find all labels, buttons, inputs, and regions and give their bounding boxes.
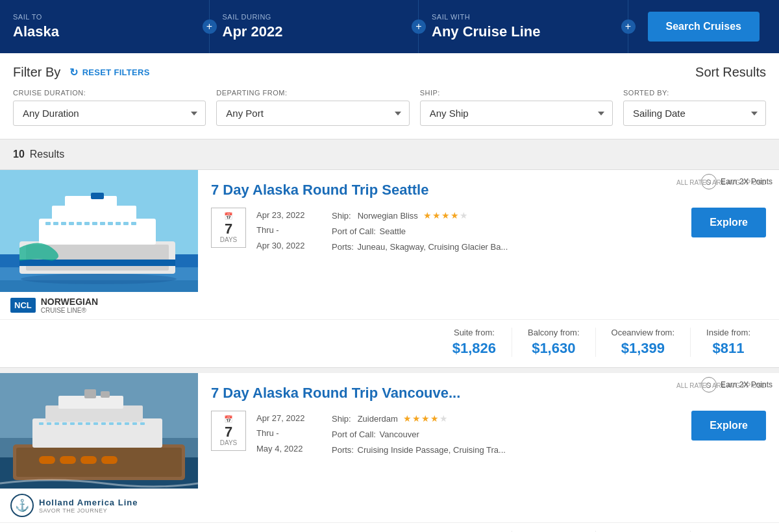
svg-rect-13 [84, 222, 90, 225]
suite-price-1: Suite from: $1,826 [437, 328, 512, 357]
svg-rect-40 [93, 422, 98, 425]
hal-sub-text: SAVOR THE JOURNEY [39, 507, 138, 514]
svg-rect-19 [131, 222, 136, 225]
svg-rect-37 [70, 422, 75, 425]
explore-button-1[interactable]: Explore [691, 208, 766, 237]
sort-filter-group: SORTED BY: Sailing Date [623, 89, 766, 126]
card-1-pricing: Suite from: $1,826 Balcony from: $1,630 … [0, 319, 779, 367]
svg-rect-38 [78, 422, 82, 425]
cruise-1-days-number: 7 [218, 222, 239, 236]
svg-rect-34 [47, 422, 51, 425]
ocean-price-1: Oceanview from: $1,399 [596, 328, 691, 357]
earn-points-1: ⬡ Earn 2X Points [701, 174, 773, 189]
port-filter-group: DEPARTING FROM: Any Port [216, 89, 409, 126]
cruise-2-days-number: 7 [218, 425, 239, 439]
svg-rect-14 [92, 222, 97, 225]
svg-rect-15 [100, 222, 105, 225]
ncl-logo: NCL NORWEGIAN CRUISE LINE® [0, 292, 198, 319]
svg-rect-39 [86, 422, 90, 425]
ship-name-row-1: Ship: Norwegian Bliss ★★★★★ [332, 208, 508, 224]
cruise-1-ship-info: Ship: Norwegian Bliss ★★★★★ Port of Call… [332, 208, 508, 254]
svg-rect-49 [80, 456, 97, 464]
filter-top-row: Filter By ↻ RESET FILTERS Sort Results [13, 65, 766, 80]
search-cruises-button[interactable]: Search Cruises [648, 12, 760, 42]
cruise-2-days-box: 📅 7 DAYS [211, 411, 246, 451]
points-icon-2: ⬡ [701, 377, 717, 393]
card-2-content: 7 Day Alaska Round Trip Vancouve... ALL … [198, 373, 779, 522]
sail-with-segment[interactable]: SAIL WITH Any Cruise Line + [419, 0, 628, 53]
svg-rect-21 [91, 193, 104, 199]
ncl-box: NCL [10, 298, 36, 313]
svg-rect-32 [101, 391, 110, 398]
sort-results-label: Sort Results [695, 65, 766, 80]
filter-by-label: Filter By [13, 65, 60, 80]
ncl-sub-text: CRUISE LINE® [41, 307, 98, 314]
card-2-top: ⚓ Holland America Line SAVOR THE JOURNEY… [0, 373, 779, 522]
duration-filter-group: CRUISE DURATION: Any Duration [13, 89, 206, 126]
sail-to-value: Alaska [13, 23, 196, 40]
svg-rect-48 [60, 456, 76, 464]
port-select[interactable]: Any Port [216, 101, 409, 126]
cruise-1-title: 7 Day Alaska Round Trip Seattle [211, 182, 428, 199]
cruise-2-date-range: Apr 27, 2022 Thru - May 4, 2022 [256, 411, 321, 456]
card-2-image: ⚓ Holland America Line SAVOR THE JOURNEY [0, 373, 198, 522]
cruise-1-days-box: 📅 7 DAYS [211, 208, 246, 248]
cruise-card-2: ⚓ Holland America Line SAVOR THE JOURNEY… [0, 373, 779, 532]
sail-with-plus-icon[interactable]: + [621, 19, 636, 34]
sail-to-plus-icon[interactable]: + [203, 19, 217, 34]
hal-circle: ⚓ [10, 494, 34, 517]
balcony-price-1: Balcony from: $1,630 [512, 328, 595, 357]
svg-rect-9 [53, 222, 58, 225]
sail-during-value: Apr 2022 [223, 23, 406, 40]
svg-rect-41 [101, 422, 106, 425]
card-1-content: 7 Day Alaska Round Trip Seattle ALL RATE… [198, 170, 779, 319]
svg-rect-36 [62, 422, 67, 425]
svg-rect-46 [140, 422, 145, 425]
reset-filters-button[interactable]: ↻ RESET FILTERS [69, 66, 149, 79]
svg-rect-33 [39, 422, 43, 425]
svg-rect-12 [77, 222, 82, 225]
ship-label: SHIP: [420, 89, 613, 97]
sail-to-segment[interactable]: SAIL TO Alaska + [0, 0, 210, 53]
sail-with-value: Any Cruise Line [432, 23, 615, 40]
svg-point-22 [21, 274, 177, 284]
svg-rect-8 [45, 222, 51, 225]
svg-rect-20 [19, 260, 175, 266]
reset-icon: ↻ [69, 66, 78, 79]
svg-rect-35 [55, 422, 59, 425]
svg-rect-47 [39, 456, 55, 464]
cruise-2-stars: ★★★★★ [403, 411, 448, 427]
ship-select[interactable]: Any Ship [420, 101, 613, 126]
sail-during-segment[interactable]: SAIL DURING Apr 2022 + [210, 0, 419, 53]
svg-rect-31 [84, 389, 96, 398]
sort-select[interactable]: Sailing Date [623, 101, 766, 126]
filter-left: Filter By ↻ RESET FILTERS [13, 65, 150, 80]
hal-logo: ⚓ Holland America Line SAVOR THE JOURNEY [0, 489, 198, 522]
ncl-main-text: NORWEGIAN [41, 297, 98, 307]
sail-during-plus-icon[interactable]: + [412, 19, 426, 34]
filter-dropdowns: CRUISE DURATION: Any Duration DEPARTING … [13, 89, 766, 126]
earn-points-2: ⬡ Earn 2X Points [701, 377, 773, 393]
ship-name-row-2: Ship: Zuiderdam ★★★★★ [332, 411, 506, 427]
ship-filter-group: SHIP: Any Ship [420, 89, 613, 126]
duration-label: CRUISE DURATION: [13, 89, 206, 97]
svg-rect-17 [116, 222, 121, 225]
cruise-2-details: 📅 7 DAYS Apr 27, 2022 Thru - May 4, 2022… [211, 411, 766, 457]
cruise-1-stars: ★★★★★ [423, 208, 468, 224]
cruise-1-details: 📅 7 DAYS Apr 23, 2022 Thru - Apr 30, 202… [211, 208, 766, 254]
cruise-1-days-label: DAYS [218, 236, 239, 243]
duration-select[interactable]: Any Duration [13, 101, 206, 126]
svg-rect-45 [132, 422, 137, 425]
sort-label: SORTED BY: [623, 89, 766, 97]
sail-to-label: SAIL TO [13, 13, 196, 21]
svg-rect-10 [61, 222, 66, 225]
cruise-2-days-label: DAYS [218, 439, 239, 446]
cruise-2-title: 7 Day Alaska Round Trip Vancouve... [211, 385, 460, 402]
card-2-pricing: Suite from: $1,549 Balcony from: $949 Oc… [0, 522, 779, 532]
sail-during-label: SAIL DURING [223, 13, 406, 21]
explore-button-2[interactable]: Explore [691, 411, 766, 441]
svg-rect-43 [117, 422, 121, 425]
cruise-1-date-range: Apr 23, 2022 Thru - Apr 30, 2022 [256, 208, 321, 253]
header: SAIL TO Alaska + SAIL DURING Apr 2022 + … [0, 0, 779, 53]
search-button-container: Search Cruises [628, 0, 780, 53]
